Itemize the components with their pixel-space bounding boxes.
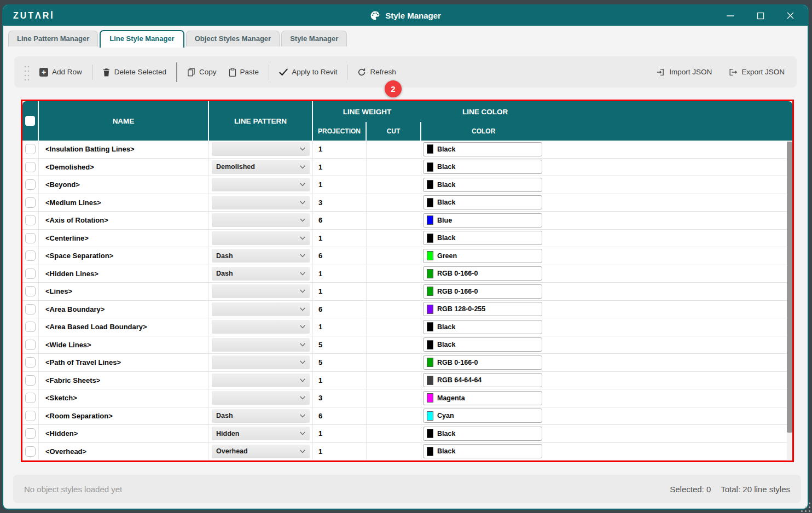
table-row[interactable]: <Space Separation> Dash 6 Green [22,247,792,265]
table-row[interactable]: <Hidden> Hidden 1 Black [22,425,792,443]
row-checkbox[interactable] [25,215,36,225]
line-color-picker[interactable]: Black [423,427,542,441]
line-color-picker[interactable]: Black [423,160,542,174]
table-row[interactable]: <Insulation Batting Lines> 1 Black [22,141,792,159]
row-cut-cell[interactable] [367,443,421,460]
line-color-picker[interactable]: Green [423,249,542,263]
row-checkbox[interactable] [25,428,36,439]
row-cut-cell[interactable] [367,247,421,265]
row-cut-cell[interactable] [367,265,421,283]
row-projection-cell[interactable]: 1 [313,443,367,460]
row-cut-cell[interactable] [367,354,421,371]
line-pattern-dropdown[interactable] [212,374,310,387]
line-color-picker[interactable]: RGB 64-64-64 [423,373,542,387]
refresh-button[interactable]: Refresh [357,68,396,77]
row-checkbox[interactable] [25,393,36,403]
line-color-picker[interactable]: Black [423,142,542,156]
row-cut-cell[interactable] [367,301,421,318]
line-pattern-dropdown[interactable]: Hidden [212,427,310,440]
row-projection-cell[interactable]: 3 [313,389,367,407]
row-cut-cell[interactable] [367,372,421,389]
line-color-picker[interactable]: Black [423,231,542,245]
row-cut-cell[interactable] [367,389,421,407]
line-pattern-dropdown[interactable]: Overhead [212,445,310,458]
row-projection-cell[interactable]: 6 [313,301,367,318]
row-checkbox[interactable] [25,322,36,332]
row-projection-cell[interactable]: 1 [313,230,367,247]
row-checkbox[interactable] [25,250,36,261]
row-projection-cell[interactable]: 5 [313,354,367,371]
row-cut-cell[interactable] [367,283,421,300]
tab-line-pattern-manager[interactable]: Line Pattern Manager [8,31,98,46]
delete-selected-button[interactable]: Delete Selected [102,68,166,77]
line-color-picker[interactable]: Cyan [423,409,542,423]
line-pattern-dropdown[interactable] [212,284,310,298]
minimize-button[interactable] [726,11,734,20]
export-json-button[interactable]: Export JSON [728,68,785,77]
row-cut-cell[interactable] [367,425,421,442]
row-projection-cell[interactable]: 5 [313,336,367,354]
line-color-picker[interactable]: Black [423,320,542,334]
maximize-button[interactable] [756,11,764,20]
row-checkbox[interactable] [25,269,36,279]
line-pattern-dropdown[interactable]: Demolished [212,160,310,174]
table-row[interactable]: <Beyond> 1 Black [22,176,792,194]
line-color-picker[interactable]: Black [423,178,542,192]
line-pattern-dropdown[interactable] [212,320,310,334]
scrollbar-thumb[interactable] [787,142,792,433]
row-cut-cell[interactable] [367,212,421,229]
line-color-picker[interactable]: Black [423,444,542,458]
row-cut-cell[interactable] [367,176,421,194]
table-row[interactable]: <Wide Lines> 5 Black [22,336,792,354]
line-pattern-dropdown[interactable] [212,302,310,316]
line-color-picker[interactable]: RGB 0-166-0 [423,284,542,299]
line-pattern-dropdown[interactable] [212,178,310,191]
table-row[interactable]: <Area Boundary> 6 RGB 128-0-255 [22,301,792,319]
line-pattern-dropdown[interactable]: Dash [212,249,310,263]
row-projection-cell[interactable]: 1 [313,141,367,158]
close-button[interactable] [786,11,794,20]
table-row[interactable]: <Path of Travel Lines> 5 RGB 0-166-0 [22,354,792,372]
row-projection-cell[interactable]: 1 [313,176,367,194]
line-color-picker[interactable]: Black [423,337,542,352]
line-pattern-dropdown[interactable]: Dash [212,267,310,281]
row-projection-cell[interactable]: 6 [313,212,367,229]
line-color-picker[interactable]: Magenta [423,391,542,405]
row-projection-cell[interactable]: 1 [313,425,367,442]
row-cut-cell[interactable] [367,194,421,212]
copy-button[interactable]: Copy [187,68,217,77]
paste-button[interactable]: Paste [229,68,259,77]
row-cut-cell[interactable] [367,141,421,158]
table-row[interactable]: <Medium Lines> 3 Black [22,194,792,212]
line-pattern-dropdown[interactable] [212,142,310,156]
row-checkbox[interactable] [25,375,36,386]
table-row[interactable]: <Demolished> Demolished 1 Black [22,159,792,177]
row-projection-cell[interactable]: 6 [313,407,367,425]
row-checkbox[interactable] [25,197,36,208]
row-checkbox[interactable] [25,144,36,154]
tab-object-styles-manager[interactable]: Object Styles Manager [186,31,280,46]
row-cut-cell[interactable] [367,407,421,425]
table-row[interactable]: <Lines> 1 RGB 0-166-0 [22,283,792,301]
import-json-button[interactable]: Import JSON [656,68,712,77]
row-cut-cell[interactable] [367,318,421,336]
row-projection-cell[interactable]: 1 [313,372,367,389]
line-pattern-dropdown[interactable]: Dash [212,409,310,423]
table-row[interactable]: <Centerline> 1 Black [22,230,792,248]
line-pattern-dropdown[interactable] [212,355,310,369]
line-color-picker[interactable]: Black [423,195,542,209]
table-row[interactable]: <Overhead> Overhead 1 Black [22,443,792,461]
table-row[interactable]: <Hidden Lines> Dash 1 RGB 0-166-0 [22,265,792,283]
tab-line-style-manager[interactable]: Line Style Manager [100,30,184,48]
row-checkbox[interactable] [25,286,36,296]
table-row[interactable]: <Axis of Rotation> 6 Blue [22,212,792,230]
row-checkbox[interactable] [25,357,36,368]
table-row[interactable]: <Sketch> 3 Magenta [22,389,792,407]
table-row[interactable]: <Fabric Sheets> 1 RGB 64-64-64 [22,372,792,390]
row-projection-cell[interactable]: 1 [313,283,367,300]
row-checkbox[interactable] [25,411,36,421]
line-pattern-dropdown[interactable] [212,213,310,227]
tab-style-manager[interactable]: Style Manager [281,31,347,46]
line-color-picker[interactable]: RGB 0-166-0 [423,355,542,370]
row-cut-cell[interactable] [367,159,421,176]
